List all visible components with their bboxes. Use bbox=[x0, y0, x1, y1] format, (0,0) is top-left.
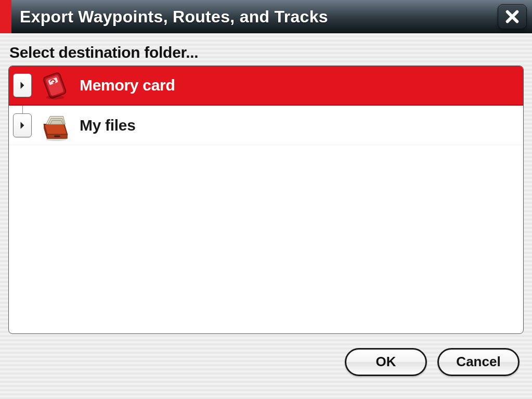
svg-rect-4 bbox=[54, 135, 60, 137]
folder-list-panel: Memory card My files bbox=[8, 66, 524, 334]
close-icon bbox=[505, 9, 520, 24]
ok-button[interactable]: OK bbox=[345, 348, 427, 376]
dialog-footer: OK Cancel bbox=[0, 334, 532, 399]
folder-item-memory-card[interactable]: Memory card bbox=[9, 66, 523, 106]
folder-item-label: Memory card bbox=[80, 76, 175, 94]
svg-point-5 bbox=[46, 138, 67, 141]
chevron-right-icon bbox=[19, 81, 25, 89]
title-accent bbox=[0, 0, 11, 33]
chevron-right-icon bbox=[19, 121, 25, 130]
select-destination-label: Select destination folder... bbox=[0, 33, 532, 66]
folder-item-my-files[interactable]: My files bbox=[9, 106, 523, 145]
folder-item-label: My files bbox=[80, 117, 136, 134]
cancel-button[interactable]: Cancel bbox=[437, 348, 520, 376]
svg-point-3 bbox=[46, 95, 64, 99]
titlebar: Export Waypoints, Routes, and Tracks bbox=[0, 0, 532, 33]
expand-button[interactable] bbox=[13, 73, 32, 97]
expand-button[interactable] bbox=[13, 113, 32, 137]
close-button[interactable] bbox=[498, 4, 527, 29]
file-drawer-icon bbox=[38, 108, 72, 143]
dialog-title: Export Waypoints, Routes, and Tracks bbox=[11, 0, 498, 33]
memory-card-icon bbox=[38, 68, 72, 102]
